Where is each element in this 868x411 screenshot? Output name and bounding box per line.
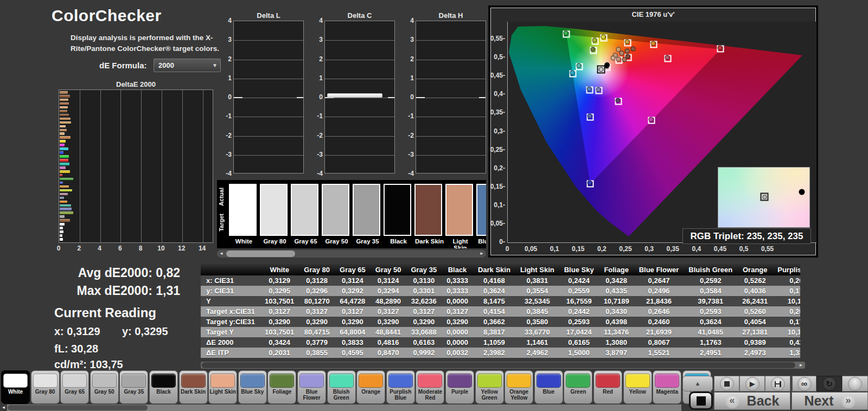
play-button[interactable]: ▶ xyxy=(739,376,765,391)
strip-swatch-label: White xyxy=(229,238,259,245)
table-corner-cell xyxy=(201,264,260,275)
patch-button-red[interactable]: Red xyxy=(593,370,622,404)
axis-tick-label: -1 xyxy=(220,112,232,120)
axis-tick-label: 0,1 xyxy=(550,245,559,253)
patch-button-dark-skin[interactable]: Dark Skin xyxy=(179,370,208,404)
table-cell: 1,1461 xyxy=(515,337,559,348)
patch-button-gray-65[interactable]: Gray 65 xyxy=(60,370,89,404)
strip-swatch-label: Dark Skin xyxy=(414,238,444,245)
patch-button-bluish-green[interactable]: Bluish Green xyxy=(327,370,356,404)
table-cell: 2,4962 xyxy=(515,348,559,358)
patch-button-foliage[interactable]: Foliage xyxy=(267,370,296,404)
patch-button-gray-50[interactable]: Gray 50 xyxy=(90,370,119,404)
step-button[interactable] xyxy=(765,376,790,391)
axis-tick-label: -3 xyxy=(402,151,414,158)
delta-c-chart: 43210-1-2-3-4 xyxy=(324,21,395,174)
scroll-left-icon[interactable]: ◄ xyxy=(218,250,225,258)
axis-tick-label: 1 xyxy=(311,74,323,82)
axis-tick-label: 1 xyxy=(402,74,414,82)
axis-tick-label: -2 xyxy=(220,132,232,139)
table-cell: 0,3290 xyxy=(335,317,371,327)
next-button[interactable]: Next » xyxy=(792,392,868,410)
table-cell: 64,4728 xyxy=(335,296,371,306)
current-xy-readout: x: 0,3129 y: 0,3295 xyxy=(54,325,217,338)
patch-button-yellow-green[interactable]: Yellow Green xyxy=(475,370,504,404)
patch-button-black[interactable]: Black xyxy=(149,370,178,404)
patch-button-light-skin[interactable]: Light Skin xyxy=(208,370,237,404)
axis-tick-label: 0,4- xyxy=(487,90,505,98)
axis-tick-label: -4 xyxy=(402,170,414,177)
strip-scrollbar[interactable]: ◄ ► xyxy=(217,250,486,258)
back-button[interactable]: « Back xyxy=(714,392,790,410)
table-cell: 0,3779 xyxy=(299,337,335,348)
pattern-window-button[interactable] xyxy=(689,391,713,410)
deltae-bar xyxy=(60,155,69,158)
table-cell: 0,3129 xyxy=(260,275,299,286)
strip-swatch-label: Light Skin xyxy=(445,238,475,248)
patch-button-gray-80[interactable]: Gray 80 xyxy=(31,370,60,404)
patch-bar-scrollbar[interactable]: ◄ xyxy=(0,404,681,411)
deltae-bar xyxy=(60,106,68,109)
table-cell: 0,3430 xyxy=(599,306,634,317)
patch-button-white[interactable]: White xyxy=(1,370,30,404)
scrollbar-thumb[interactable] xyxy=(226,251,295,257)
strip-swatch-label: Gray 65 xyxy=(291,238,321,245)
axis-tick-label: 0,35- xyxy=(487,108,505,116)
scroll-right-icon[interactable]: ► xyxy=(478,250,485,258)
patch-button-orange-yellow[interactable]: Orange Yellow xyxy=(505,370,533,404)
table-cell: 0,3290 xyxy=(442,317,473,327)
cie-point-blue-sky-measured xyxy=(586,86,591,91)
strip-swatch-gray-80 xyxy=(260,184,288,236)
table-cell: 0,3290 xyxy=(371,317,406,327)
refresh-button[interactable]: ↻ xyxy=(816,376,842,391)
scrollbar-thumb[interactable] xyxy=(202,362,795,368)
patch-button-blue-sky[interactable]: Blue Sky xyxy=(238,370,267,404)
patch-label: Gray 35 xyxy=(120,388,148,395)
patch-button-purple[interactable]: Purple xyxy=(445,370,474,404)
stop-button[interactable] xyxy=(714,376,739,391)
patch-swatch xyxy=(596,374,620,388)
strip-swatch-gray-65 xyxy=(291,184,318,236)
deltae-bar xyxy=(60,223,65,226)
patch-button-moderate-red[interactable]: Moderate Red xyxy=(416,370,444,404)
table-col-header: Gray 35 xyxy=(406,264,442,275)
pattern-list-up-button[interactable]: ▲ xyxy=(682,376,713,391)
table-cell: 0,2559 xyxy=(559,286,599,296)
loop-button[interactable]: ∞ xyxy=(792,376,816,391)
table-cell: 32,6236 xyxy=(406,296,442,306)
de-formula-dropdown[interactable]: 2000 ▼ xyxy=(154,59,221,72)
table-row-label: Target y:CIE31 xyxy=(201,317,260,327)
record-button[interactable] xyxy=(842,376,868,391)
cie-point-bluish-green-measured xyxy=(577,63,582,68)
table-row-label: ΔE ITP xyxy=(201,348,260,358)
patch-swatch xyxy=(626,374,650,388)
de-formula-label: dE Formula: xyxy=(99,61,147,70)
patch-button-magenta[interactable]: Magenta xyxy=(653,370,681,404)
patch-button-purplish-blue[interactable]: Purplish Blue xyxy=(386,370,415,404)
table-cell: 27,1381 xyxy=(737,327,773,337)
patch-label: Gray 50 xyxy=(91,388,118,395)
patch-button-blue-flower[interactable]: Blue Flower xyxy=(297,370,326,404)
scroll-right-icon[interactable]: ► xyxy=(797,362,805,369)
scroll-left-icon[interactable]: ◄ xyxy=(0,404,7,411)
table-row-label: x: CIE31 xyxy=(201,275,260,286)
strip-swatch-blue-sky xyxy=(476,184,486,236)
deltae-bar xyxy=(60,219,70,222)
axis-tick-label: 0,45- xyxy=(487,72,505,79)
table-row: Target y:CIE310,32900,32900,32900,32900,… xyxy=(201,317,800,327)
patch-button-yellow[interactable]: Yellow xyxy=(623,370,652,404)
patch-button-blue[interactable]: Blue xyxy=(534,370,563,404)
cie-cluster-dot xyxy=(616,47,621,52)
patch-button-gray-35[interactable]: Gray 35 xyxy=(119,370,148,404)
table-cell: 0,8067 xyxy=(634,337,684,348)
deltae-bar xyxy=(60,230,63,233)
axis-tick-label: -2 xyxy=(311,132,323,139)
axis-tick-label: -2 xyxy=(402,132,414,139)
scrollbar-thumb[interactable] xyxy=(8,405,148,410)
table-scrollbar[interactable]: ► xyxy=(201,362,805,369)
pattern-square-icon xyxy=(697,396,706,406)
table-row-label: Target x:CIE31 xyxy=(201,306,260,317)
deltae-bar xyxy=(60,129,67,132)
patch-button-green[interactable]: Green xyxy=(564,370,592,404)
patch-button-orange[interactable]: Orange xyxy=(356,370,385,404)
